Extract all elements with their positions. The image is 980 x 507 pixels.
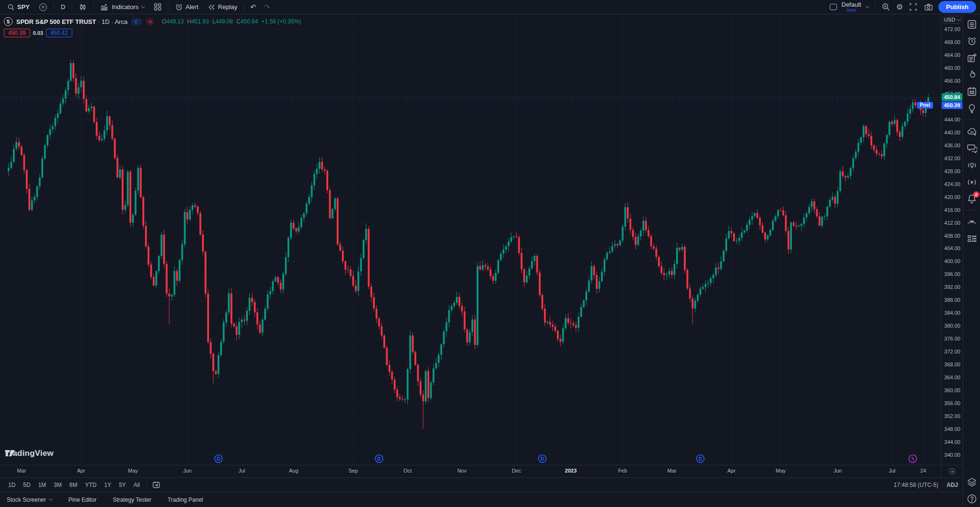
- tradingview-logo[interactable]: TradingView: [5, 449, 54, 458]
- price-tick-label: 432.00: [944, 155, 960, 162]
- camera-snapshot-icon[interactable]: [923, 2, 934, 12]
- tradingview-app: SPY + D Indicators: [0, 0, 980, 507]
- low-value: 449.08: [215, 18, 233, 25]
- time-tick-label: Dec: [512, 468, 521, 474]
- calendar-icon[interactable]: [967, 86, 977, 97]
- compare-add-button[interactable]: +: [35, 2, 51, 12]
- alerts-icon[interactable]: [967, 36, 977, 46]
- news-icon[interactable]: [967, 53, 977, 63]
- range-button-1d[interactable]: 1D: [5, 480, 19, 490]
- price-tick-label: 388.00: [944, 297, 960, 303]
- status-item-stock-screener[interactable]: Stock Screener: [7, 496, 52, 503]
- price-tick-label: 404.00: [944, 245, 960, 252]
- clock-timezone-button[interactable]: 17:48:58 (UTC-5): [894, 482, 938, 488]
- layout-name: Default: [842, 1, 861, 8]
- fullscreen-icon[interactable]: [908, 2, 918, 12]
- notifications-icon[interactable]: 2: [967, 193, 977, 204]
- compare-arrows-icon[interactable]: [967, 217, 977, 227]
- ohlc-values: O449.13 H451.93 L449.08 C450.84 +1.56 (+…: [162, 18, 301, 25]
- svg-text:D: D: [217, 456, 220, 462]
- chevron-down-icon[interactable]: [865, 4, 869, 8]
- price-tick-label: 360.00: [944, 387, 960, 394]
- go-to-date-icon[interactable]: [151, 480, 162, 490]
- live-ideas-icon[interactable]: [967, 160, 977, 170]
- sidebar-divider: [967, 210, 977, 210]
- price-tick-label: 472.00: [944, 26, 960, 33]
- single-layout-icon[interactable]: [830, 4, 837, 10]
- currency-selector[interactable]: USD: [943, 16, 961, 23]
- price-tick-label: 344.00: [944, 439, 960, 445]
- indicators-button[interactable]: Indicators: [97, 2, 148, 12]
- chart-pane[interactable]: DDDDϟ S SPDR S&P 500 ETF TRUST · 1D · Ar…: [0, 14, 941, 465]
- status-item-pine-editor[interactable]: Pine Editor: [68, 496, 97, 503]
- time-axis[interactable]: MarAprMayJunJulAugSepOctNovDec2023FebMar…: [0, 465, 963, 477]
- range-button-1m[interactable]: 1M: [35, 480, 50, 490]
- chart-style-button[interactable]: [75, 2, 90, 12]
- bottom-toolbar: 1D5D1M3M6MYTD1Y5YAll 17:48:58 (UTC-5) AD…: [0, 477, 963, 492]
- range-button-5d[interactable]: 5D: [20, 480, 33, 490]
- publish-button[interactable]: Publish: [938, 1, 976, 13]
- range-button-ytd[interactable]: YTD: [82, 480, 100, 490]
- price-tick-label: 368.00: [944, 361, 960, 368]
- replay-label: Replay: [218, 3, 237, 11]
- status-item-trading-panel[interactable]: Trading Panel: [167, 496, 203, 503]
- object-tree-icon[interactable]: [967, 477, 977, 487]
- range-button-6m[interactable]: 6M: [66, 480, 81, 490]
- symbol-search-button[interactable]: SPY: [4, 2, 33, 12]
- minds-icon[interactable]: [967, 126, 977, 137]
- chat-icon[interactable]: [967, 143, 977, 154]
- hotlists-icon[interactable]: [967, 69, 977, 80]
- undo-button[interactable]: ↶: [247, 3, 259, 11]
- status-bar: Stock Screener Pine Editor Strategy Test…: [0, 492, 963, 507]
- toolbar-divider: [244, 3, 245, 11]
- alert-button[interactable]: Alert: [171, 2, 202, 12]
- chevron-down-icon: [957, 17, 960, 21]
- price-tick-label: 400.00: [944, 258, 960, 265]
- price-tick-label: 352.00: [944, 413, 960, 419]
- go-to-realtime-icon[interactable]: [949, 468, 955, 474]
- status-item-strategy-tester[interactable]: Strategy Tester: [113, 496, 151, 503]
- time-axis-corner: [941, 465, 963, 477]
- settings-gear-icon[interactable]: ⚙: [896, 3, 903, 11]
- post-market-tag: Post: [917, 102, 933, 109]
- adjust-data-toggle[interactable]: ADJ: [947, 482, 958, 488]
- svg-text:D: D: [541, 456, 544, 462]
- layout-menu-button[interactable]: Default Save: [842, 1, 861, 12]
- time-tick-label: Jun: [183, 468, 192, 474]
- notification-badge: 2: [973, 191, 980, 198]
- time-tick-label: Aug: [289, 468, 299, 474]
- bid-button[interactable]: 450.39: [4, 29, 30, 37]
- replay-button[interactable]: Replay: [204, 2, 241, 12]
- price-tick-label: 356.00: [944, 400, 960, 407]
- legend-symbol-title[interactable]: SPDR S&P 500 ETF TRUST · 1D · Arca: [16, 18, 127, 25]
- indicator-templates-button[interactable]: [150, 2, 165, 12]
- help-icon[interactable]: [967, 494, 977, 504]
- toolbar-divider: [168, 3, 168, 11]
- interval-button[interactable]: D: [57, 2, 69, 12]
- dom-icon[interactable]: [967, 233, 977, 244]
- range-button-all[interactable]: All: [130, 480, 143, 490]
- chevron-down-icon: [141, 4, 145, 8]
- quick-search-icon[interactable]: [881, 2, 891, 12]
- svg-text:D: D: [378, 456, 381, 462]
- ask-button[interactable]: 450.42: [46, 29, 72, 37]
- streams-icon[interactable]: [967, 176, 977, 187]
- price-axis[interactable]: USD 340.00344.00348.00352.00356.00360.00…: [941, 14, 963, 465]
- time-tick-label: Feb: [618, 468, 627, 474]
- price-tick-label: 412.00: [944, 220, 960, 226]
- range-button-3m[interactable]: 3M: [50, 480, 65, 490]
- toolbar-divider: [72, 3, 72, 11]
- range-button-5y[interactable]: 5Y: [115, 480, 129, 490]
- time-tick-label: Jun: [834, 468, 842, 474]
- ideas-icon[interactable]: [967, 103, 977, 113]
- price-tick-label: 420.00: [944, 194, 960, 200]
- candlestick-icon: [79, 3, 87, 11]
- range-button-1y[interactable]: 1Y: [101, 480, 115, 490]
- indicators-icon: [100, 3, 109, 11]
- price-tick-label: 428.00: [944, 168, 960, 175]
- market-status-icon[interactable]: ≡: [146, 18, 154, 25]
- watchlist-icon[interactable]: [967, 19, 977, 30]
- candlestick-chart[interactable]: DDDDϟ: [0, 14, 941, 465]
- price-tick-label: 392.00: [944, 284, 960, 290]
- post-market-moon-icon[interactable]: ☾: [131, 18, 142, 25]
